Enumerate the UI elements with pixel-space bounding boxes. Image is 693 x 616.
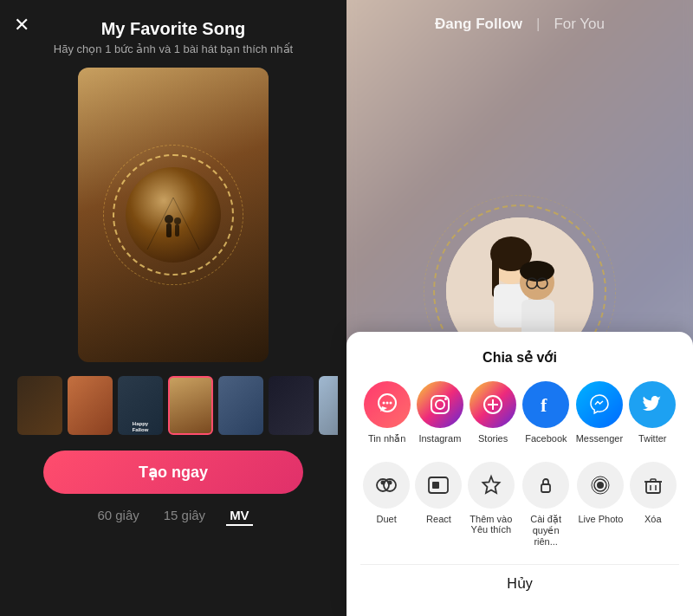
sheet-title: Chia sẻ với <box>360 349 679 366</box>
messenger-icon <box>576 381 623 428</box>
share-item-stories[interactable]: Stories <box>470 381 516 444</box>
svg-rect-3 <box>166 224 172 237</box>
action-item-them-vao[interactable]: Thêm vàoYêu thích <box>468 462 515 547</box>
svg-rect-36 <box>432 482 439 489</box>
actions-row: Duet React Thêm vàoYêu thích <box>360 462 679 547</box>
action-item-livephoto[interactable]: Live Photo <box>577 462 624 547</box>
duration-tab-60[interactable]: 60 giây <box>94 506 142 526</box>
svg-text:f: f <box>541 394 547 416</box>
svg-point-22 <box>385 402 388 405</box>
svg-point-21 <box>382 402 385 405</box>
duet-label: Duet <box>377 514 397 524</box>
xoa-icon <box>630 462 677 509</box>
thumb-item[interactable] <box>68 376 113 435</box>
svg-point-26 <box>444 398 447 400</box>
svg-rect-43 <box>651 479 656 482</box>
create-button[interactable]: Tạo ngay <box>43 451 303 494</box>
instagram-label: Instagram <box>418 433 461 444</box>
twitter-label: Twitter <box>638 433 666 444</box>
close-button[interactable]: ✕ <box>14 14 29 36</box>
tinnhan-icon <box>364 381 411 428</box>
them-vao-icon <box>468 462 515 509</box>
circle-photo <box>126 167 221 263</box>
share-row: Tin nhắn Instagram Stories f <box>360 381 679 444</box>
stories-icon <box>470 381 516 428</box>
thumb-item[interactable]: HappyFallow <box>118 376 163 435</box>
duet-icon <box>363 462 410 509</box>
thumb-item[interactable] <box>319 376 338 435</box>
bottom-sheet: Chia sẻ với Tin nhắn Instagram <box>346 332 693 616</box>
silhouette-svg <box>143 180 204 250</box>
duration-tabs: 60 giây 15 giây MV <box>94 506 252 526</box>
nav-divider: | <box>536 16 540 33</box>
stories-label: Stories <box>478 433 508 444</box>
facebook-label: Facebook <box>525 433 567 444</box>
tinnhan-label: Tin nhắn <box>368 433 405 444</box>
share-item-facebook[interactable]: f Facebook <box>522 381 569 444</box>
tiktok-nav: Đang Follow | For You <box>346 0 693 42</box>
main-preview <box>78 68 269 362</box>
svg-point-4 <box>174 217 181 224</box>
svg-point-38 <box>597 482 604 489</box>
share-item-tinnhan[interactable]: Tin nhắn <box>364 381 411 444</box>
svg-rect-37 <box>541 484 550 492</box>
twitter-icon <box>629 381 676 428</box>
left-title: My Favorite Song <box>101 19 246 39</box>
svg-point-33 <box>381 481 385 485</box>
duration-tab-mv[interactable]: MV <box>226 506 253 526</box>
thumb-item[interactable] <box>17 376 62 435</box>
left-subtitle: Hãy chọn 1 bức ảnh và 1 bài hát bạn thíc… <box>54 42 293 55</box>
svg-point-34 <box>388 481 392 485</box>
action-item-duet[interactable]: Duet <box>363 462 410 547</box>
svg-rect-41 <box>646 482 660 493</box>
messenger-label: Messenger <box>576 433 623 444</box>
react-icon <box>415 462 462 509</box>
thumb-item[interactable] <box>218 376 263 435</box>
share-item-messenger[interactable]: Messenger <box>576 381 623 444</box>
duration-tab-15[interactable]: 15 giây <box>160 506 209 526</box>
xoa-label: Xóa <box>644 514 662 524</box>
action-item-react[interactable]: React <box>415 462 462 547</box>
svg-point-25 <box>436 400 444 409</box>
svg-point-12 <box>520 261 554 282</box>
action-item-caidat[interactable]: Cài đặtquyền riên... <box>520 462 572 547</box>
caidat-label: Cài đặtquyền riên... <box>520 514 572 547</box>
nav-following[interactable]: Đang Follow <box>435 16 522 33</box>
share-item-twitter[interactable]: Twitter <box>629 381 676 444</box>
action-item-xoa[interactable]: Xóa <box>630 462 677 547</box>
svg-rect-5 <box>175 224 179 237</box>
thumb-item[interactable] <box>269 376 314 435</box>
nav-foryou[interactable]: For You <box>554 16 605 33</box>
livephoto-label: Live Photo <box>578 514 623 524</box>
react-label: React <box>426 514 451 524</box>
share-item-instagram[interactable]: Instagram <box>417 381 463 444</box>
instagram-icon <box>417 381 463 428</box>
left-panel: ✕ My Favorite Song Hãy chọn 1 bức ảnh và… <box>0 0 346 616</box>
svg-point-23 <box>389 402 392 405</box>
vinyl-ring <box>113 154 234 276</box>
facebook-icon: f <box>522 381 569 428</box>
them-vao-label: Thêm vàoYêu thích <box>470 514 512 535</box>
livephoto-icon <box>577 462 624 509</box>
thumbnail-strip: HappyFallow <box>9 373 338 438</box>
caidat-icon <box>522 462 569 509</box>
svg-point-2 <box>165 215 173 224</box>
right-panel: Đang Follow | For You <box>346 0 693 616</box>
cancel-button[interactable]: Hủy <box>360 564 679 602</box>
thumb-item-selected[interactable] <box>168 376 213 435</box>
